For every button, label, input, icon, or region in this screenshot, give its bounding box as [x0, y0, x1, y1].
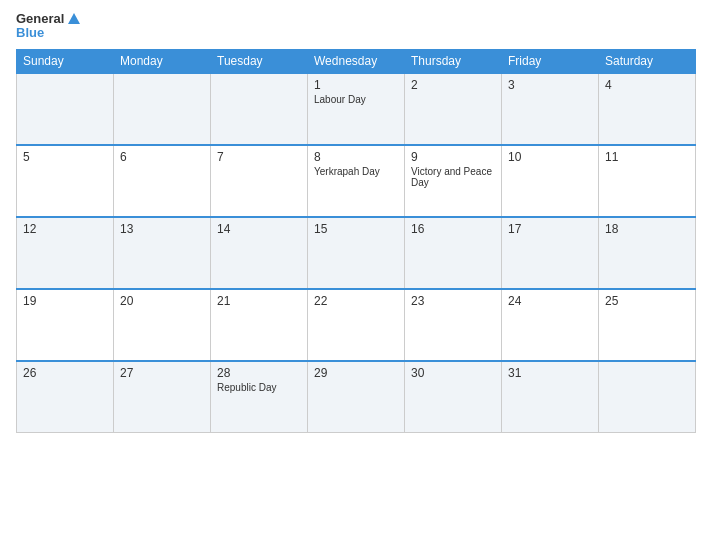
calendar-cell: 12 — [17, 217, 114, 289]
calendar-cell: 31 — [502, 361, 599, 433]
holiday-label: Yerkrapah Day — [314, 166, 398, 177]
day-number: 14 — [217, 222, 301, 236]
calendar-cell — [114, 73, 211, 145]
calendar-cell — [599, 361, 696, 433]
calendar-cell: 5 — [17, 145, 114, 217]
calendar-cell: 19 — [17, 289, 114, 361]
weekday-header: Monday — [114, 49, 211, 73]
day-number: 6 — [120, 150, 204, 164]
day-number: 21 — [217, 294, 301, 308]
calendar-cell: 24 — [502, 289, 599, 361]
calendar-cell: 30 — [405, 361, 502, 433]
day-number: 27 — [120, 366, 204, 380]
calendar-week-row: 262728Republic Day293031 — [17, 361, 696, 433]
calendar-cell: 14 — [211, 217, 308, 289]
day-number: 23 — [411, 294, 495, 308]
weekday-header: Thursday — [405, 49, 502, 73]
calendar-cell: 10 — [502, 145, 599, 217]
day-number: 20 — [120, 294, 204, 308]
day-number: 9 — [411, 150, 495, 164]
header: General Blue — [16, 12, 696, 41]
day-number: 10 — [508, 150, 592, 164]
calendar-cell: 15 — [308, 217, 405, 289]
day-number: 28 — [217, 366, 301, 380]
day-number: 26 — [23, 366, 107, 380]
day-number: 5 — [23, 150, 107, 164]
calendar-cell: 29 — [308, 361, 405, 433]
calendar-cell: 4 — [599, 73, 696, 145]
calendar-cell: 27 — [114, 361, 211, 433]
day-number: 7 — [217, 150, 301, 164]
day-number: 13 — [120, 222, 204, 236]
calendar-cell: 8Yerkrapah Day — [308, 145, 405, 217]
calendar-cell: 28Republic Day — [211, 361, 308, 433]
calendar-page: General Blue SundayMondayTuesdayWednesda… — [0, 0, 712, 550]
calendar-cell: 2 — [405, 73, 502, 145]
calendar-week-row: 12131415161718 — [17, 217, 696, 289]
day-number: 4 — [605, 78, 689, 92]
calendar-cell: 7 — [211, 145, 308, 217]
calendar-cell: 18 — [599, 217, 696, 289]
calendar-cell: 1Labour Day — [308, 73, 405, 145]
day-number: 18 — [605, 222, 689, 236]
day-number: 31 — [508, 366, 592, 380]
calendar-cell: 6 — [114, 145, 211, 217]
calendar-cell — [17, 73, 114, 145]
calendar-cell: 21 — [211, 289, 308, 361]
weekday-header-row: SundayMondayTuesdayWednesdayThursdayFrid… — [17, 49, 696, 73]
day-number: 2 — [411, 78, 495, 92]
calendar-cell: 9Victory and Peace Day — [405, 145, 502, 217]
logo-general-text: General — [16, 12, 64, 26]
calendar-cell: 20 — [114, 289, 211, 361]
day-number: 1 — [314, 78, 398, 92]
day-number: 17 — [508, 222, 592, 236]
calendar-week-row: 19202122232425 — [17, 289, 696, 361]
calendar-week-row: 5678Yerkrapah Day9Victory and Peace Day1… — [17, 145, 696, 217]
holiday-label: Labour Day — [314, 94, 398, 105]
calendar-cell: 16 — [405, 217, 502, 289]
calendar-cell: 13 — [114, 217, 211, 289]
day-number: 3 — [508, 78, 592, 92]
day-number: 24 — [508, 294, 592, 308]
day-number: 22 — [314, 294, 398, 308]
calendar-cell: 22 — [308, 289, 405, 361]
day-number: 16 — [411, 222, 495, 236]
day-number: 25 — [605, 294, 689, 308]
weekday-header: Wednesday — [308, 49, 405, 73]
calendar-table: SundayMondayTuesdayWednesdayThursdayFrid… — [16, 49, 696, 434]
logo-blue-text: Blue — [16, 26, 44, 40]
day-number: 15 — [314, 222, 398, 236]
day-number: 8 — [314, 150, 398, 164]
weekday-header: Tuesday — [211, 49, 308, 73]
calendar-cell — [211, 73, 308, 145]
calendar-cell: 23 — [405, 289, 502, 361]
day-number: 19 — [23, 294, 107, 308]
weekday-header: Saturday — [599, 49, 696, 73]
weekday-header: Friday — [502, 49, 599, 73]
calendar-cell: 11 — [599, 145, 696, 217]
holiday-label: Victory and Peace Day — [411, 166, 495, 188]
calendar-cell: 26 — [17, 361, 114, 433]
holiday-label: Republic Day — [217, 382, 301, 393]
calendar-cell: 17 — [502, 217, 599, 289]
logo-triangle-icon — [68, 13, 80, 24]
calendar-cell: 25 — [599, 289, 696, 361]
logo: General Blue — [16, 12, 80, 41]
day-number: 11 — [605, 150, 689, 164]
calendar-cell: 3 — [502, 73, 599, 145]
calendar-week-row: 1Labour Day234 — [17, 73, 696, 145]
weekday-header: Sunday — [17, 49, 114, 73]
calendar-body: 1Labour Day2345678Yerkrapah Day9Victory … — [17, 73, 696, 433]
day-number: 12 — [23, 222, 107, 236]
day-number: 30 — [411, 366, 495, 380]
day-number: 29 — [314, 366, 398, 380]
